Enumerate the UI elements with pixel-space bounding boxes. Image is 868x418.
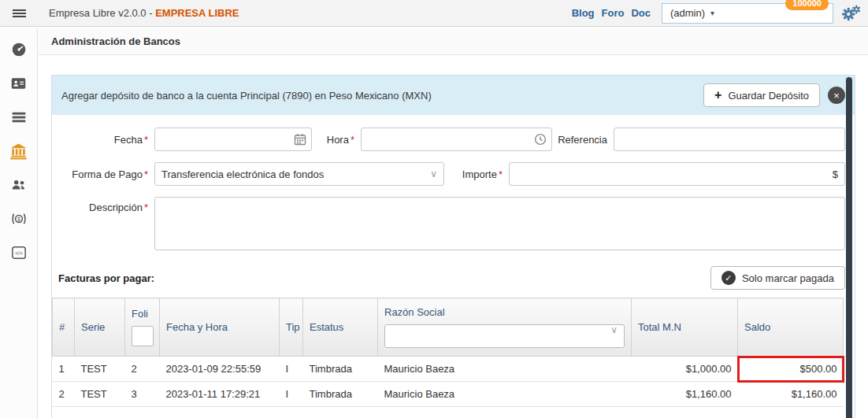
contact-card-icon xyxy=(10,76,27,91)
svg-text:</>: </> xyxy=(15,250,23,256)
guardar-deposito-button[interactable]: + Guardar Depósito xyxy=(703,83,820,107)
cell-estatus: Timbrada xyxy=(303,357,378,382)
gears-icon xyxy=(841,5,860,22)
vertical-scrollbar[interactable] xyxy=(846,77,852,418)
required-marker: * xyxy=(499,168,503,180)
cell-tipo: I xyxy=(280,382,303,407)
cell-serie: TEST xyxy=(75,382,125,407)
cell-total: $1,000.00 xyxy=(632,357,738,382)
sidebar-item-documents[interactable] xyxy=(7,108,31,127)
col-header-saldo: Saldo xyxy=(738,298,844,357)
forma-de-pago-select[interactable]: Transferencia electrónica de fondos ∨ xyxy=(154,162,444,186)
foro-link[interactable]: Foro xyxy=(602,7,625,19)
solo-marcar-pagada-button[interactable]: ✓ Solo marcar pagada xyxy=(710,266,845,290)
code-icon: </> xyxy=(11,245,27,261)
sidebar: $ </> xyxy=(0,28,38,418)
sidebar-item-dashboard[interactable] xyxy=(7,40,31,59)
menu-button[interactable] xyxy=(0,8,38,19)
cell-total: $1,160.00 xyxy=(632,382,738,407)
col-header-fecha: Fecha y Hora xyxy=(160,298,280,357)
cell-num: 1 xyxy=(53,357,75,382)
calendar-icon[interactable] xyxy=(294,133,306,146)
col-header-razon: Razón Social ∨ xyxy=(378,298,632,357)
form-row-3: Descripción* xyxy=(52,197,845,250)
sidebar-item-users[interactable] xyxy=(7,176,31,194)
dashboard-icon xyxy=(11,42,27,57)
settings-button[interactable] xyxy=(841,5,860,22)
top-links: Blog Foro Doc xyxy=(572,7,651,19)
deposit-panel: Agregar depósito de banco a la cuenta Pr… xyxy=(51,75,855,418)
cell-fecha: 2023-01-11 17:29:21 xyxy=(160,382,280,407)
main-area: Administración de Bancos Agregar depósit… xyxy=(39,28,868,418)
fecha-input[interactable] xyxy=(154,128,312,151)
required-marker: * xyxy=(144,168,148,180)
doc-link[interactable]: Doc xyxy=(631,7,651,19)
table-row[interactable]: 2 TEST 3 2023-01-11 17:29:21 I Timbrada … xyxy=(53,382,844,407)
cell-razon: Mauricio Baeza xyxy=(378,357,632,382)
caret-down-icon: ▾ xyxy=(710,9,714,17)
col-header-tipo: Tip xyxy=(280,298,303,357)
required-marker: * xyxy=(351,134,354,146)
sidebar-item-contacts[interactable] xyxy=(7,74,31,93)
importe-input[interactable] xyxy=(509,162,845,186)
folio-filter-input[interactable] xyxy=(132,326,154,346)
col-header-total: Total M.N xyxy=(632,298,738,357)
deposit-panel-title: Agregar depósito de banco a la cuenta Pr… xyxy=(61,90,703,102)
hamburger-icon xyxy=(13,8,26,19)
cell-fecha: 2023-01-09 22:55:59 xyxy=(160,357,280,382)
col-header-folio: Foli xyxy=(125,298,160,357)
admin-menu-wrap: (admin) ▾ 100000 xyxy=(662,3,833,24)
facturas-title: Facturas por pagar: xyxy=(58,272,154,284)
required-marker: * xyxy=(144,202,148,213)
blog-link[interactable]: Blog xyxy=(572,7,595,19)
currency-suffix: $ xyxy=(833,168,838,180)
table-row[interactable]: 1 TEST 2 2023-01-09 22:55:59 I Timbrada … xyxy=(53,357,844,382)
plus-icon: + xyxy=(714,89,721,102)
hora-input-wrap xyxy=(361,128,552,151)
deposit-panel-header: Agregar depósito de banco a la cuenta Pr… xyxy=(52,76,855,115)
saldo-cell-highlighted: $500.00 xyxy=(738,357,844,382)
razon-social-filter-select[interactable]: ∨ xyxy=(384,324,625,348)
sidebar-item-money[interactable]: $ xyxy=(7,209,31,228)
facturas-bar: Facturas por pagar: ✓ Solo marcar pagada xyxy=(52,264,855,298)
svg-text:$: $ xyxy=(17,216,20,223)
col-header-serie: Serie xyxy=(75,298,125,357)
descripcion-textarea[interactable] xyxy=(154,197,845,250)
cell-saldo: $1,160.00 xyxy=(738,382,844,407)
form-row-1: Fecha* xyxy=(52,128,845,151)
money-icon: $ xyxy=(10,211,28,227)
guardar-deposito-label: Guardar Depósito xyxy=(728,90,809,102)
users-icon xyxy=(10,177,28,193)
fecha-label: Fecha* xyxy=(52,134,154,146)
referencia-label: Referencia xyxy=(552,134,614,146)
required-marker: * xyxy=(144,134,148,146)
table-header-row: # Serie Foli Fecha y Hora Tip Estatus Ra… xyxy=(53,298,844,357)
importe-label: Importe* xyxy=(444,168,509,180)
topbar-right: Blog Foro Doc (admin) ▾ 100000 xyxy=(572,3,868,24)
app-title: Empresa Libre v2.0.0 - EMPRESA LIBRE xyxy=(49,7,239,19)
descripcion-label: Descripción* xyxy=(52,197,154,213)
sidebar-item-bancos[interactable] xyxy=(7,142,31,161)
hora-input[interactable] xyxy=(361,128,552,151)
clock-icon[interactable] xyxy=(534,133,547,146)
chevron-down-icon: ∨ xyxy=(610,325,618,335)
cell-serie: TEST xyxy=(75,357,125,382)
hora-label: Hora* xyxy=(312,134,361,146)
close-panel-button[interactable]: × xyxy=(828,87,845,104)
page-title: Administración de Bancos xyxy=(39,28,868,55)
cell-estatus: Timbrada xyxy=(303,382,378,407)
topbar: Empresa Libre v2.0.0 - EMPRESA LIBRE Blo… xyxy=(0,0,868,27)
check-circle-icon: ✓ xyxy=(721,271,736,285)
importe-input-wrap: $ xyxy=(509,162,845,186)
admin-menu-label: (admin) xyxy=(670,7,705,19)
fecha-input-wrap xyxy=(154,128,312,151)
app-title-prefix: Empresa Libre v2.0.0 - xyxy=(49,7,155,19)
cell-tipo: I xyxy=(280,357,303,382)
sidebar-item-source[interactable]: </> xyxy=(7,243,31,262)
content-area: Agregar depósito de banco a la cuenta Pr… xyxy=(39,56,868,418)
cell-num: 2 xyxy=(53,382,75,407)
referencia-input[interactable] xyxy=(614,128,845,151)
cell-folio: 2 xyxy=(125,357,160,382)
form-row-2: Forma de Pago* Transferencia electrónica… xyxy=(52,162,845,186)
deposit-form: Fecha* xyxy=(52,115,855,264)
